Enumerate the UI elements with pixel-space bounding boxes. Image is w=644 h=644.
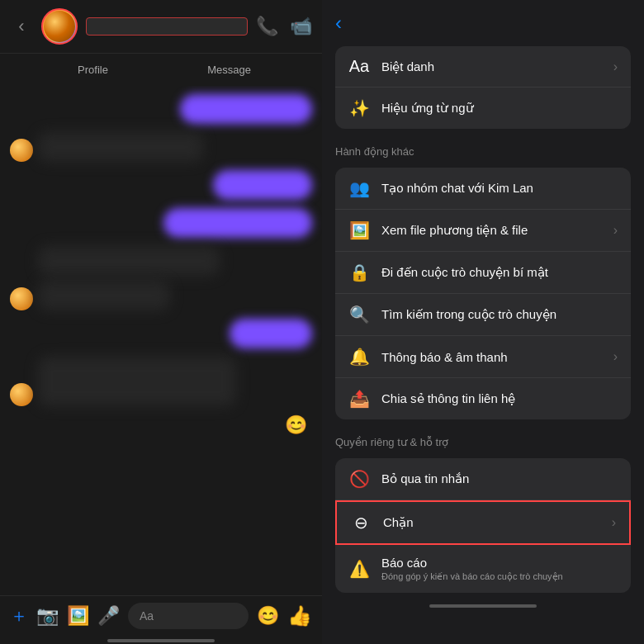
home-indicator [429, 604, 537, 608]
left-panel: ‹ 📞 📹 Profile Message [0, 0, 322, 644]
photo-icon[interactable]: 🖼️ [67, 605, 89, 627]
right-header: ‹ [322, 0, 644, 41]
section-hanh-dong: Hành động khác [322, 134, 644, 163]
menu-item-chia-se[interactable]: 📤 Chia sẻ thông tin liên hệ [335, 378, 631, 419]
menu-item-bao-cao[interactable]: ⚠️ Báo cáo Đóng góp ý kiến và báo cáo cu… [335, 545, 631, 593]
tab-message[interactable]: Message [161, 60, 297, 79]
menu-section-hanh-dong: 👥 Tạo nhóm chat với Kim Lan 🖼️ Xem file … [335, 168, 631, 419]
chevron-right-icon: › [613, 223, 618, 238]
menu-text-group: Báo cáo Đóng góp ý kiến và báo cáo cuộc … [381, 556, 618, 582]
menu-item-biet-danh[interactable]: Aa Biệt danh › [335, 46, 631, 88]
menu-label: Đi đến cuộc trò chuyện bí mật [381, 265, 618, 280]
profile-message-tabs: Profile Message [0, 54, 322, 86]
lock-icon: 🔒 [348, 263, 370, 282]
contact-name-blurred [86, 17, 248, 36]
camera-icon[interactable]: 📷 [36, 605, 59, 627]
chat-area: 😊 [0, 86, 322, 595]
message-row [10, 208, 312, 238]
sparkle-icon: ✨ [348, 98, 370, 118]
menu-label: Bỏ qua tin nhắn [381, 471, 618, 486]
chat-header: ‹ 📞 📹 [0, 0, 322, 54]
message-row [10, 170, 312, 200]
contact-avatar [41, 8, 78, 45]
message-bubble [180, 94, 312, 124]
message-input-bar: ＋ 📷 🖼️ 🎤 Aa 😊 👍 [0, 595, 322, 636]
menu-item-chan[interactable]: ⊖ Chặn › [335, 500, 631, 545]
message-row [10, 94, 312, 124]
block-icon: ⊖ [350, 513, 372, 533]
message-bubble [38, 357, 236, 406]
menu-item-hieu-ung[interactable]: ✨ Hiệu ứng từ ngữ [335, 88, 631, 129]
menu-label: Biệt danh [381, 59, 602, 74]
section-privacy: Quyền riêng tư & hỗ trợ [322, 424, 644, 453]
emoji-icon[interactable]: 😊 [257, 605, 279, 627]
menu-label: Báo cáo [381, 556, 618, 570]
menu-item-tao-nhom[interactable]: 👥 Tạo nhóm chat với Kim Lan [335, 168, 631, 210]
chevron-right-icon: › [613, 59, 618, 74]
back-icon[interactable]: ‹ [10, 16, 33, 37]
mic-icon[interactable]: 🎤 [97, 605, 120, 627]
menu-label: Hiệu ứng từ ngữ [381, 101, 618, 116]
menu-label: Thông báo & âm thanh [381, 350, 602, 364]
menu-label: Tạo nhóm chat với Kim Lan [381, 181, 618, 196]
group-icon: 👥 [348, 178, 370, 198]
menu-item-tim-kiem[interactable]: 🔍 Tìm kiếm trong cuộc trò chuyện [335, 294, 631, 336]
menu-item-thong-bao[interactable]: 🔔 Thông báo & âm thanh › [335, 336, 631, 378]
message-bubble [213, 170, 312, 200]
emoji-reaction: 😊 [285, 414, 307, 436]
menu-item-xem-file[interactable]: 🖼️ Xem file phương tiện & file › [335, 210, 631, 252]
header-action-icons: 📞 📹 [256, 16, 312, 37]
call-icon[interactable]: 📞 [256, 16, 278, 37]
menu-label: Xem file phương tiện & file [381, 223, 602, 238]
right-panel: ‹ Aa Biệt danh › ✨ Hiệu ứng từ ngữ Hành … [322, 0, 644, 644]
search-icon: 🔍 [348, 305, 370, 324]
message-bubble [38, 132, 203, 162]
sender-avatar [10, 139, 33, 162]
home-indicator [107, 639, 215, 642]
bell-icon: 🔔 [348, 347, 370, 367]
message-bubble [38, 281, 170, 310]
input-placeholder: Aa [140, 609, 154, 623]
menu-sublabel: Đóng góp ý kiến và báo cáo cuộc trò chuy… [381, 571, 618, 582]
message-row [10, 132, 312, 162]
ignore-icon: 🚫 [348, 469, 370, 489]
tab-profile[interactable]: Profile [25, 60, 161, 79]
message-bubble [163, 208, 312, 238]
menu-item-cuoc-tro-chuyen-bi-mat[interactable]: 🔒 Đi đến cuộc trò chuyện bí mật [335, 252, 631, 294]
back-chevron-icon[interactable]: ‹ [335, 12, 342, 35]
sender-avatar [10, 287, 33, 310]
menu-item-bo-qua[interactable]: 🚫 Bỏ qua tin nhắn [335, 458, 631, 500]
plus-icon[interactable]: ＋ [10, 604, 28, 628]
message-bubble [38, 246, 220, 276]
chevron-right-icon: › [613, 349, 618, 364]
menu-label: Chặn [383, 515, 600, 530]
image-icon: 🖼️ [348, 220, 370, 240]
menu-label: Chia sẻ thông tin liên hệ [381, 391, 618, 406]
message-row [10, 246, 312, 310]
message-row [10, 319, 312, 348]
message-input[interactable]: Aa [128, 603, 249, 629]
message-row [10, 357, 312, 406]
text-icon: Aa [348, 57, 370, 76]
video-call-icon[interactable]: 📹 [290, 16, 312, 37]
menu-section-privacy: 🚫 Bỏ qua tin nhắn ⊖ Chặn › ⚠️ Báo cáo Đó… [335, 458, 631, 593]
menu-label: Tìm kiếm trong cuộc trò chuyện [381, 307, 618, 322]
message-bubble [230, 319, 312, 348]
chevron-right-icon: › [612, 515, 616, 530]
warning-icon: ⚠️ [348, 559, 370, 579]
thumbs-up-icon[interactable]: 👍 [287, 604, 312, 627]
sender-avatar [10, 383, 33, 406]
menu-section-top: Aa Biệt danh › ✨ Hiệu ứng từ ngữ [335, 46, 631, 129]
share-icon: 📤 [348, 389, 370, 409]
